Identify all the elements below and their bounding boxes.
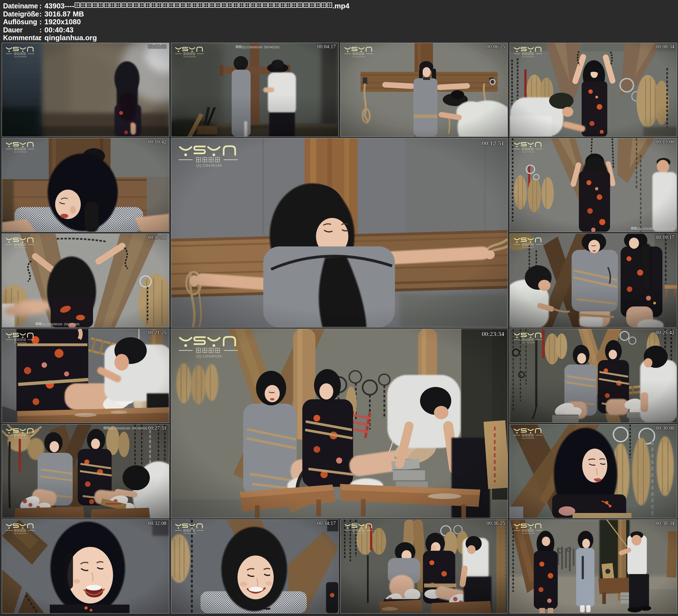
svg-text:QQ:2294390169: QQ:2294390169 bbox=[14, 437, 27, 439]
svg-text:QQ:2294390169: QQ:2294390169 bbox=[353, 533, 365, 534]
svg-text:QQ:2294390169: QQ:2294390169 bbox=[522, 342, 535, 343]
svg-text:QQ:2294390169: QQ:2294390169 bbox=[14, 151, 27, 153]
svg-text:QQ:2294390169: QQ:2294390169 bbox=[14, 533, 27, 534]
svg-text:QQ:2294390169: QQ:2294390169 bbox=[14, 342, 27, 343]
svg-text:QQ:2294390169: QQ:2294390169 bbox=[522, 437, 535, 439]
svg-text:QQ:2294390169: QQ:2294390169 bbox=[522, 151, 535, 153]
svg-text:QQ:2294390169: QQ:2294390169 bbox=[522, 533, 535, 534]
svg-text:QQ:2294390169: QQ:2294390169 bbox=[196, 354, 222, 358]
svg-text:QQ:2294390169: QQ:2294390169 bbox=[14, 246, 27, 248]
svg-text:QQ:2294390169: QQ:2294390169 bbox=[184, 533, 196, 534]
svg-text:QQ:2294390169: QQ:2294390169 bbox=[353, 56, 365, 57]
svg-text:QQ:2294390169: QQ:2294390169 bbox=[14, 56, 27, 57]
svg-text:QQ:2294390169: QQ:2294390169 bbox=[184, 56, 196, 57]
svg-text:QQ:2294390169: QQ:2294390169 bbox=[522, 56, 535, 57]
svg-text:QQ:2294390169: QQ:2294390169 bbox=[196, 164, 222, 167]
svg-text:QQ:2294390169: QQ:2294390169 bbox=[522, 246, 535, 248]
